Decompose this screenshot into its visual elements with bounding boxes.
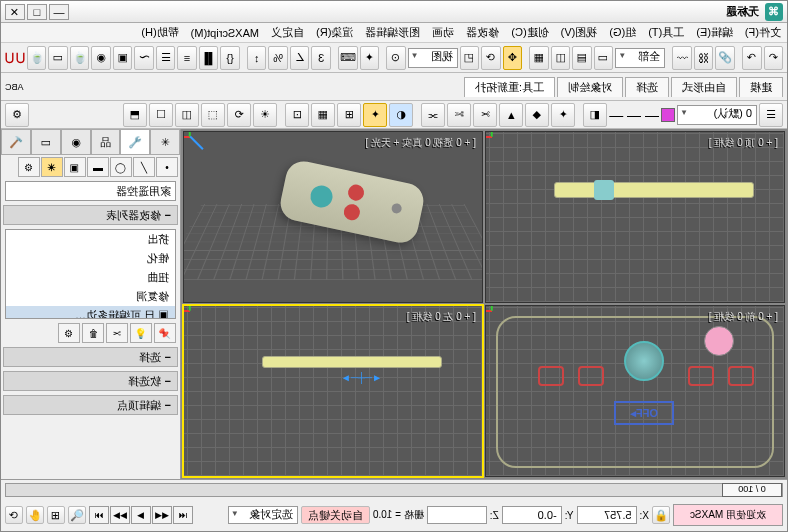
subobj-yellow-star[interactable]: ☀ bbox=[41, 157, 63, 177]
menu-maxscript[interactable]: MAXScript(M) bbox=[191, 27, 259, 39]
menu-customize[interactable]: 自定义 bbox=[271, 25, 304, 40]
maxscript-listener[interactable]: 欢迎使用 MAXSc bbox=[673, 504, 783, 526]
ribbon-tool-q[interactable]: ⬚ bbox=[201, 103, 225, 127]
unlink-button[interactable]: ⛓ bbox=[694, 46, 713, 70]
play-button[interactable]: ▶ bbox=[131, 506, 151, 524]
percent-snap-button[interactable]: % bbox=[268, 46, 287, 70]
subobj-polygon[interactable]: ▬ bbox=[87, 157, 109, 177]
modbtn-config[interactable]: ⚙ bbox=[58, 323, 80, 343]
render-setup-button[interactable]: 🍵 bbox=[70, 46, 89, 70]
select-move-button[interactable]: ✥ bbox=[503, 46, 522, 70]
menu-view[interactable]: 视图(V) bbox=[561, 25, 598, 40]
menu-modifiers[interactable]: 修改器 bbox=[466, 25, 499, 40]
nav-zoom-all-button[interactable]: ⊞ bbox=[47, 506, 65, 524]
layer-tool-1[interactable]: ◧ bbox=[583, 103, 607, 127]
goto-start-button[interactable]: ⏮ bbox=[173, 506, 193, 524]
keyboard-shortcut-button[interactable]: ⌨ bbox=[338, 46, 357, 70]
ribbon-tool-x[interactable]: ⊞ bbox=[337, 103, 361, 127]
rollout-edit-vert[interactable]: 编辑顶点 bbox=[3, 395, 178, 415]
menu-animation[interactable]: 动画 bbox=[432, 25, 454, 40]
next-frame-button[interactable]: ▶▶ bbox=[110, 506, 130, 524]
mirror-button[interactable]: ▐▌ bbox=[199, 46, 218, 70]
cmdtab-motion[interactable]: ◉ bbox=[61, 129, 91, 154]
select-region-button[interactable]: ◫ bbox=[551, 46, 570, 70]
cmdtab-hierarchy[interactable]: 品 bbox=[91, 129, 121, 154]
tab-freeform[interactable]: 自由形式 bbox=[671, 77, 737, 97]
menu-help[interactable]: 帮助(H) bbox=[141, 25, 178, 40]
ribbon-tool-rotate[interactable]: ⟲ bbox=[227, 103, 251, 127]
x-coord-field[interactable]: 5.757 bbox=[577, 506, 637, 524]
redo-button[interactable]: ↷ bbox=[742, 46, 761, 70]
ribbon-tool-sun[interactable]: ☀ bbox=[253, 103, 277, 127]
tab-retopo[interactable]: 工具:重新拓扑 bbox=[464, 77, 555, 97]
undo-button[interactable]: ↶ bbox=[764, 46, 783, 70]
ribbon-tool-t[interactable]: ⬒ bbox=[123, 103, 147, 127]
subobj-extra[interactable]: ⚙ bbox=[18, 157, 40, 177]
select-manipulate-button[interactable]: ✦ bbox=[360, 46, 379, 70]
ribbon-tool-active2[interactable]: ✦ bbox=[363, 103, 387, 127]
select-name-button[interactable]: ▤ bbox=[572, 46, 591, 70]
cmdtab-create[interactable]: ✳ bbox=[150, 129, 180, 154]
move-gizmo-icon[interactable]: ◄─┼─► bbox=[341, 372, 382, 383]
nav-orbit-button[interactable]: ⟳ bbox=[5, 506, 23, 524]
cmdtab-utilities[interactable]: 🔨 bbox=[1, 129, 31, 154]
subobj-edge[interactable]: ╱ bbox=[133, 157, 155, 177]
ribbon-tool-c[interactable]: ▲ bbox=[499, 103, 523, 127]
rollout-selection[interactable]: 选择 bbox=[3, 347, 178, 367]
select-object-button[interactable]: ▭ bbox=[594, 46, 613, 70]
layer-manager-button[interactable]: ☰ bbox=[759, 103, 783, 127]
close-button[interactable]: ✕ bbox=[5, 4, 25, 20]
menu-render[interactable]: 渲染(R) bbox=[316, 25, 353, 40]
key-target-dropdown[interactable]: 选定对象 bbox=[228, 506, 298, 524]
schematic-button[interactable]: ▣ bbox=[113, 46, 132, 70]
ribbon-tool-z[interactable]: ⊡ bbox=[285, 103, 309, 127]
mod-extrude[interactable]: 挤出 bbox=[6, 230, 175, 249]
subobj-border[interactable]: ◯ bbox=[110, 157, 132, 177]
viewport-persp[interactable]: [ + 0 透视 0 真实 + 天光 ] bbox=[183, 131, 483, 303]
material-editor-button[interactable]: ◉ bbox=[91, 46, 110, 70]
subobj-vertex[interactable]: • bbox=[156, 157, 178, 177]
menu-group[interactable]: 组(G) bbox=[609, 25, 636, 40]
window-crossing-button[interactable]: ▦ bbox=[529, 46, 548, 70]
menu-tools[interactable]: 工具(T) bbox=[648, 25, 684, 40]
ribbon-settings-button[interactable]: ⚙ bbox=[5, 103, 29, 127]
curve-editor-button[interactable]: 〜 bbox=[134, 46, 153, 70]
pivot-button[interactable]: ⊙ bbox=[386, 46, 405, 70]
selection-filter-dropdown[interactable]: 全部 bbox=[615, 48, 665, 68]
subobj-element[interactable]: ▣ bbox=[64, 157, 86, 177]
ribbon-tool-active1[interactable]: ◐ bbox=[389, 103, 413, 127]
layer-dropdown[interactable]: 0 (默认) bbox=[677, 105, 757, 125]
modbtn-pin[interactable]: 📌 bbox=[154, 323, 176, 343]
rollout-modifier-list[interactable]: 修改器列表 bbox=[3, 205, 178, 225]
ref-coord-dropdown[interactable]: 视图 bbox=[408, 48, 458, 68]
goto-end-button[interactable]: ⏭ bbox=[89, 506, 109, 524]
ribbon-tool-r[interactable]: ◫ bbox=[175, 103, 199, 127]
ribbon-tool-cut[interactable]: ✄ bbox=[447, 103, 471, 127]
menu-create[interactable]: 创建(C) bbox=[511, 25, 548, 40]
bind-spacewarp-button[interactable]: 〰 bbox=[672, 46, 691, 70]
menu-file[interactable]: 文件(F) bbox=[745, 25, 781, 40]
ribbon-tool-b[interactable]: ◆ bbox=[525, 103, 549, 127]
y-coord-field[interactable]: -0.0 bbox=[502, 506, 562, 524]
minimize-button[interactable]: — bbox=[49, 4, 69, 20]
viewport-left[interactable]: [ + 0 左 0 线框 ] ◄─┼─► bbox=[183, 305, 483, 477]
viewport-top[interactable]: [ + 0 顶 0 线框 ] bbox=[485, 131, 785, 303]
ribbon-tool-connect[interactable]: ⫘ bbox=[421, 103, 445, 127]
autokey-button[interactable]: 自动关键点 bbox=[301, 506, 370, 524]
nav-pan-button[interactable]: ✋ bbox=[26, 506, 44, 524]
object-name-field[interactable]: 家用遥控器 bbox=[5, 181, 176, 201]
ribbon-tool-s[interactable]: ☐ bbox=[149, 103, 173, 127]
spinner-snap-button[interactable]: ↕ bbox=[247, 46, 266, 70]
ribbon-tool-a[interactable]: ✦ bbox=[551, 103, 575, 127]
lock-selection-button[interactable]: 🔒 bbox=[652, 506, 670, 524]
ribbon-tool-y[interactable]: ▦ bbox=[311, 103, 335, 127]
modbtn-unique[interactable]: ✂ bbox=[106, 323, 128, 343]
named-selsets-button[interactable]: {} bbox=[220, 46, 239, 70]
snap-toggle-button[interactable]: 3 bbox=[311, 46, 330, 70]
tab-selection[interactable]: 选择 bbox=[625, 77, 669, 97]
z-coord-field[interactable] bbox=[427, 506, 487, 524]
layers-button[interactable]: ☰ bbox=[156, 46, 175, 70]
modbtn-remove[interactable]: 🗑 bbox=[82, 323, 104, 343]
modifier-stack[interactable]: 挤出 锥化 扭曲 修复洞 ▣ 日 可编辑多边… bbox=[5, 229, 176, 319]
select-rotate-button[interactable]: ⟳ bbox=[481, 46, 500, 70]
